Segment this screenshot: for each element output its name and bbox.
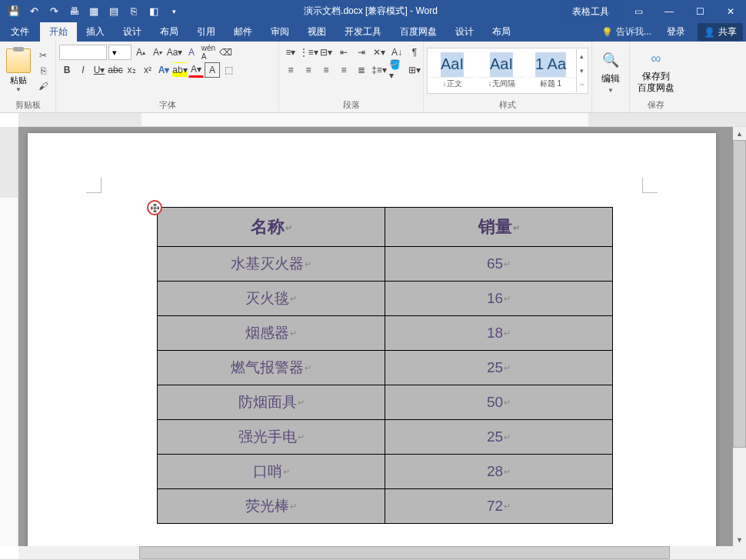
scroll-down-icon[interactable]: ▼ <box>733 533 746 546</box>
scrollbar-thumb[interactable] <box>733 140 746 448</box>
show-marks-icon[interactable]: ¶ <box>406 45 423 60</box>
ribbon-options-icon[interactable]: ▭ <box>623 0 654 22</box>
qat-btn-5[interactable]: ▦ <box>85 2 103 21</box>
cell-qty[interactable]: 16↵ <box>385 282 613 316</box>
table-header-row[interactable]: 名称↵ 销量↵ <box>158 208 613 247</box>
format-painter-icon[interactable]: 🖌 <box>35 79 51 93</box>
find-button[interactable]: 🔍 编辑 ▼ <box>595 48 626 95</box>
copy-icon[interactable]: ⎘ <box>35 64 51 78</box>
cut-icon[interactable]: ✂ <box>35 48 51 62</box>
font-color-icon[interactable]: A▾ <box>188 62 204 78</box>
horizontal-ruler[interactable] <box>18 113 746 127</box>
align-center-icon[interactable]: ≡ <box>300 62 317 78</box>
undo-icon[interactable]: ↶ <box>25 2 43 21</box>
table-selector-handle[interactable] <box>147 200 162 215</box>
decrease-indent-icon[interactable]: ⇤ <box>335 45 352 60</box>
style-heading1[interactable]: 1 Aa 标题 1 <box>527 49 574 92</box>
cell-qty[interactable]: 25↵ <box>385 351 613 385</box>
cell-name[interactable]: 燃气报警器↵ <box>158 351 385 385</box>
bullets-icon[interactable]: ≡▾ <box>282 45 299 60</box>
share-button[interactable]: 👤 共享 <box>698 23 743 41</box>
cell-qty[interactable]: 72↵ <box>385 489 613 524</box>
document-scroll[interactable]: 名称↵ 销量↵ 水基灭火器↵65↵灭火毯↵16↵烟感器↵18↵燃气报警器↵25↵… <box>18 127 733 546</box>
highlight-icon[interactable]: ab▾ <box>172 62 188 78</box>
cell-qty[interactable]: 25↵ <box>385 420 613 455</box>
cell-name[interactable]: 强光手电↵ <box>158 420 385 455</box>
align-right-icon[interactable]: ≡ <box>318 62 335 78</box>
cell-qty[interactable]: 28↵ <box>385 455 613 489</box>
table-row[interactable]: 燃气报警器↵25↵ <box>158 351 613 385</box>
font-size-select[interactable]: ▾ <box>108 45 132 60</box>
distribute-icon[interactable]: ≣ <box>353 62 370 78</box>
qat-btn-4[interactable]: 🖶 <box>65 2 83 21</box>
tab-home[interactable]: 开始 <box>40 22 77 42</box>
superscript-button[interactable]: x² <box>140 62 155 78</box>
tab-file[interactable]: 文件 <box>0 22 40 42</box>
change-case-icon[interactable]: Aa▾ <box>167 45 182 60</box>
maximize-icon[interactable]: ☐ <box>684 0 715 22</box>
line-spacing-icon[interactable]: ‡≡▾ <box>371 62 388 78</box>
minimize-icon[interactable]: — <box>654 0 684 22</box>
qat-btn-8[interactable]: ◧ <box>145 2 163 21</box>
cell-qty[interactable]: 50↵ <box>385 385 613 420</box>
asian-layout-icon[interactable]: wénA <box>201 45 216 60</box>
subscript-button[interactable]: x₂ <box>124 62 139 78</box>
tab-references[interactable]: 引用 <box>188 22 225 42</box>
text-effects-icon[interactable]: A▾ <box>156 62 172 78</box>
tab-baidu[interactable]: 百度网盘 <box>391 22 446 42</box>
phonetic-guide-icon[interactable]: A <box>184 45 199 60</box>
login-link[interactable]: 登录 <box>658 25 694 38</box>
asian-text-icon[interactable]: ✕▾ <box>371 45 388 60</box>
clear-format-icon[interactable]: ⌫ <box>218 45 233 60</box>
tab-review[interactable]: 审阅 <box>261 22 298 42</box>
grow-font-icon[interactable]: A▴ <box>133 45 148 60</box>
cell-qty[interactable]: 18↵ <box>385 316 613 351</box>
redo-icon[interactable]: ↷ <box>45 2 63 21</box>
cell-name[interactable]: 荧光棒↵ <box>158 489 385 524</box>
qat-btn-7[interactable]: ⎘ <box>125 2 143 21</box>
table-row[interactable]: 水基灭火器↵65↵ <box>158 247 613 282</box>
tab-design[interactable]: 设计 <box>114 22 151 42</box>
tab-view[interactable]: 视图 <box>298 22 335 42</box>
table-row[interactable]: 荧光棒↵72↵ <box>158 489 613 524</box>
style-nospacing[interactable]: AaI ↓无间隔 <box>478 49 525 92</box>
increase-indent-icon[interactable]: ⇥ <box>353 45 370 60</box>
cell-name[interactable]: 灭火毯↵ <box>158 282 385 316</box>
sort-icon[interactable]: A↓ <box>388 45 405 60</box>
qat-btn-6[interactable]: ▤ <box>105 2 123 21</box>
cell-qty[interactable]: 65↵ <box>385 247 613 282</box>
cell-name[interactable]: 水基灭火器↵ <box>158 247 385 282</box>
cell-name[interactable]: 烟感器↵ <box>158 316 385 351</box>
strikethrough-button[interactable]: abc <box>108 62 123 78</box>
styles-more[interactable]: ▴▾⎓ <box>576 49 587 92</box>
shrink-font-icon[interactable]: A▾ <box>150 45 165 60</box>
table-row[interactable]: 口哨↵28↵ <box>158 455 613 489</box>
tab-insert[interactable]: 插入 <box>77 22 114 42</box>
styles-gallery[interactable]: AaI ↓正文 AaI ↓无间隔 1 Aa 标题 1 ▴▾⎓ <box>427 48 588 94</box>
tab-mailings[interactable]: 邮件 <box>225 22 261 42</box>
table-row[interactable]: 防烟面具↵50↵ <box>158 385 613 420</box>
tab-developer[interactable]: 开发工具 <box>335 22 391 42</box>
tab-table-layout[interactable]: 布局 <box>483 22 520 42</box>
close-icon[interactable]: ✕ <box>715 0 746 22</box>
font-name-select[interactable] <box>59 45 107 60</box>
numbering-icon[interactable]: ⋮≡▾ <box>300 45 317 60</box>
tab-layout[interactable]: 布局 <box>151 22 188 42</box>
justify-icon[interactable]: ≡ <box>335 62 352 78</box>
horizontal-scrollbar[interactable] <box>18 546 746 559</box>
qat-dropdown-icon[interactable]: ▾ <box>165 2 183 21</box>
multilevel-list-icon[interactable]: ⊟▾ <box>318 45 335 60</box>
table-row[interactable]: 烟感器↵18↵ <box>158 316 613 351</box>
save-to-baidu-button[interactable]: ∞ 保存到 百度网盘 <box>633 46 679 95</box>
table-row[interactable]: 强光手电↵25↵ <box>158 420 613 455</box>
underline-button[interactable]: U▾ <box>92 62 107 78</box>
align-left-icon[interactable]: ≡ <box>282 62 299 78</box>
scroll-up-icon[interactable]: ▲ <box>733 127 746 140</box>
table-row[interactable]: 灭火毯↵16↵ <box>158 282 613 316</box>
vertical-ruler[interactable] <box>0 127 18 546</box>
cell-name[interactable]: 防烟面具↵ <box>158 385 385 420</box>
italic-button[interactable]: I <box>75 62 91 78</box>
scrollbar-thumb[interactable] <box>139 546 670 559</box>
style-normal[interactable]: AaI ↓正文 <box>428 49 476 92</box>
data-table[interactable]: 名称↵ 销量↵ 水基灭火器↵65↵灭火毯↵16↵烟感器↵18↵燃气报警器↵25↵… <box>157 207 613 524</box>
